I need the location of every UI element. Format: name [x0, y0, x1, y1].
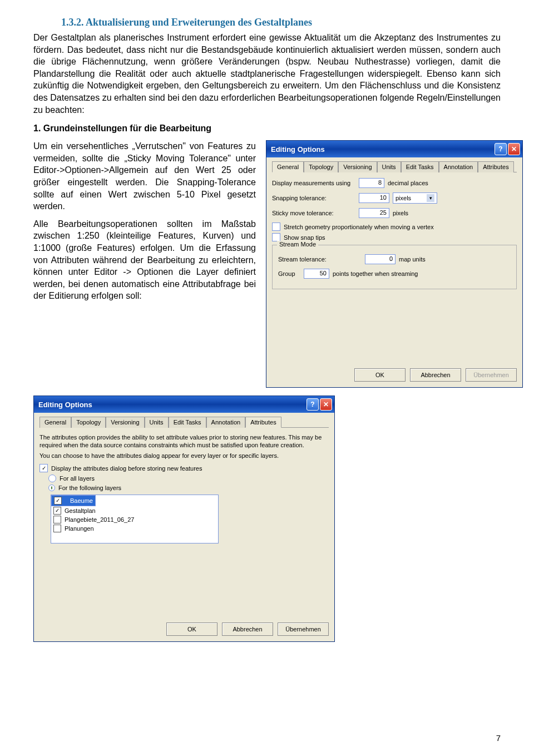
- stretch-geometry-checkbox[interactable]: [272, 223, 280, 231]
- apply-button[interactable]: Übernehmen: [278, 622, 329, 636]
- snapping-tolerance-label: Snapping tolerance:: [272, 195, 355, 201]
- tab-strip: General Topology Versioning Units Edit T…: [39, 416, 329, 428]
- tab-units[interactable]: Units: [145, 417, 169, 428]
- layer-checkbox[interactable]: ✓: [54, 497, 62, 505]
- attributes-description-1: The attributes option provides the abili…: [39, 433, 329, 449]
- tab-versioning[interactable]: Versioning: [338, 161, 377, 172]
- help-button[interactable]: ?: [495, 143, 507, 155]
- intro-paragraph: Der Gestaltplan als planerisches Instrum…: [33, 32, 501, 116]
- tab-annotation[interactable]: Annotation: [439, 161, 478, 172]
- cancel-button[interactable]: Abbrechen: [222, 622, 273, 636]
- close-button[interactable]: ✕: [320, 398, 332, 411]
- page-number: 7: [496, 733, 501, 743]
- display-measurements-input[interactable]: 8: [359, 178, 384, 188]
- show-snap-tips-checkbox[interactable]: [272, 233, 280, 241]
- dialog-titlebar[interactable]: Editing Options ? ✕: [266, 141, 522, 157]
- dialog-titlebar[interactable]: Editing Options ? ✕: [34, 396, 334, 413]
- for-all-layers-label: For all layers: [60, 475, 95, 482]
- stream-tolerance-unit: map units: [399, 256, 426, 263]
- group-suffix: points together when streaming: [333, 270, 418, 277]
- editing-options-dialog-general: Editing Options ? ✕ General Topology Ver…: [266, 140, 523, 388]
- display-measurements-unit: decimal places: [388, 180, 428, 186]
- tab-topology[interactable]: Topology: [304, 161, 338, 172]
- layer-item[interactable]: Planungen: [51, 524, 218, 533]
- cancel-button[interactable]: Abbrechen: [410, 368, 461, 382]
- close-button[interactable]: ✕: [508, 143, 520, 155]
- sticky-move-unit: pixels: [393, 210, 408, 216]
- help-button[interactable]: ?: [306, 398, 319, 411]
- layer-checkbox[interactable]: ✓: [53, 507, 61, 515]
- group-input[interactable]: 50: [304, 269, 329, 279]
- layer-label: Planungen: [65, 525, 94, 532]
- ok-button[interactable]: OK: [166, 622, 217, 636]
- tab-attributes[interactable]: Attributes: [478, 161, 513, 172]
- tab-general[interactable]: General: [39, 417, 71, 428]
- settings-paragraph-1: Um ein versehentliches „Verrutschen" von…: [33, 140, 256, 213]
- display-attributes-label: Display the attributes dialog before sto…: [51, 465, 202, 472]
- layer-checkbox[interactable]: [53, 516, 61, 523]
- tab-attributes[interactable]: Attributes: [245, 417, 281, 428]
- stream-mode-legend: Stream Mode: [277, 241, 318, 248]
- layer-checkbox[interactable]: [53, 525, 61, 532]
- subheading: 1. Grundeinstellungen für die Bearbeitun…: [33, 123, 501, 134]
- stream-tolerance-label: Stream tolerance:: [278, 256, 362, 263]
- stream-mode-fieldset: Stream Mode Stream tolerance: 0 map unit…: [272, 245, 517, 289]
- tab-annotation[interactable]: Annotation: [206, 417, 246, 428]
- for-following-layers-radio[interactable]: [48, 485, 55, 491]
- layer-item[interactable]: Plangebiete_2011_06_27: [51, 515, 218, 524]
- layer-label: Plangebiete_2011_06_27: [65, 516, 134, 523]
- chevron-down-icon: ▾: [427, 194, 434, 202]
- tab-edit-tasks[interactable]: Edit Tasks: [169, 417, 206, 428]
- snapping-tolerance-input[interactable]: 10: [359, 193, 389, 203]
- layer-list[interactable]: ✓ Baeume ✓ Gestaltplan Plangebiete_2011_…: [51, 495, 219, 543]
- tab-topology[interactable]: Topology: [71, 417, 106, 428]
- sticky-move-input[interactable]: 25: [359, 208, 389, 218]
- editing-options-dialog-attributes: Editing Options ? ✕ General Topology Ver…: [33, 396, 335, 642]
- show-snap-tips-label: Show snap tips: [284, 234, 325, 241]
- sticky-move-label: Sticky move tolerance:: [272, 210, 355, 216]
- dialog-title: Editing Options: [38, 401, 92, 409]
- layer-label: Baeume: [70, 497, 93, 504]
- layer-item[interactable]: ✓ Baeume: [51, 495, 96, 506]
- attributes-description-2: You can choose to have the attributes di…: [39, 452, 329, 459]
- layer-label: Gestaltplan: [65, 507, 96, 514]
- group-label: Group: [278, 270, 300, 277]
- stretch-geometry-label: Stretch geometry proportionately when mo…: [284, 224, 434, 230]
- tab-strip: General Topology Versioning Units Edit T…: [272, 161, 517, 172]
- settings-paragraph-2: Alle Bearbeitungsoperationen sollten im …: [33, 218, 256, 302]
- for-all-layers-radio[interactable]: [48, 475, 56, 482]
- layer-item[interactable]: ✓ Gestaltplan: [51, 506, 218, 515]
- tab-versioning[interactable]: Versioning: [106, 417, 144, 428]
- display-attributes-checkbox[interactable]: ✓: [39, 464, 48, 472]
- dialog-title: Editing Options: [271, 145, 325, 154]
- snapping-tolerance-unit: pixels: [395, 195, 411, 201]
- snapping-tolerance-unit-select[interactable]: pixels ▾: [393, 192, 437, 204]
- ok-button[interactable]: OK: [354, 368, 406, 382]
- apply-button[interactable]: Übernehmen: [466, 368, 517, 382]
- tab-units[interactable]: Units: [377, 161, 401, 172]
- display-measurements-label: Display measurements using: [272, 180, 355, 186]
- stream-tolerance-input[interactable]: 0: [365, 254, 395, 264]
- tab-general[interactable]: General: [272, 161, 304, 172]
- section-heading: 1.3.2. Aktualisierung und Erweiterungen …: [61, 17, 501, 28]
- for-following-layers-label: For the following layers: [58, 485, 121, 491]
- tab-edit-tasks[interactable]: Edit Tasks: [401, 161, 439, 172]
